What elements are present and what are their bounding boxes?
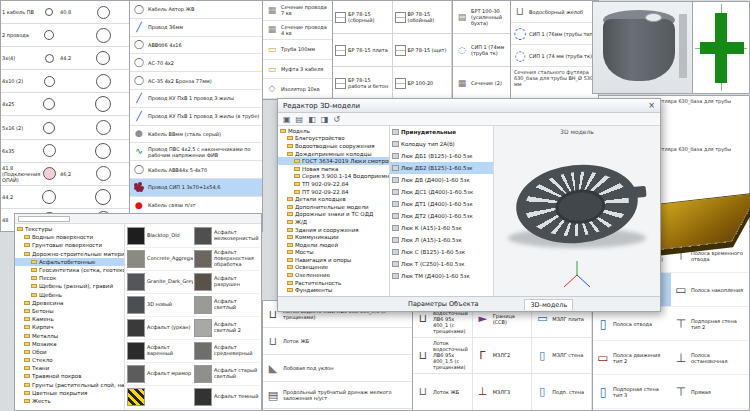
cable-symbol-row[interactable]: 5х16 (2) bbox=[1, 116, 129, 139]
texture-tree-item[interactable]: Травяной покров bbox=[15, 372, 124, 380]
section-row[interactable]: ▦ Сечение провода 4 кв bbox=[263, 21, 332, 41]
model-tree-item[interactable]: Мосты bbox=[278, 249, 389, 257]
window-titlebar[interactable]: Редактор 3D-модели × bbox=[278, 99, 660, 113]
green-cross-view[interactable] bbox=[692, 1, 750, 94]
wire-row[interactable]: ◯ АС-70 4х2 bbox=[130, 54, 262, 72]
texture-swatch-cell[interactable]: Асфальт старый светлый bbox=[193, 363, 260, 386]
model-item-row[interactable]: Люк ДС1 (Д400)-1-60.5зк bbox=[390, 186, 493, 198]
tab-3d-model[interactable]: 3D-модель bbox=[524, 299, 573, 310]
model-tree-item[interactable]: Серия 3.900.1-14 Водоприемники bbox=[278, 173, 389, 181]
cable-symbol-row[interactable]: 41,8 (Подключения ОПАЙ) 46,2 bbox=[1, 163, 129, 186]
texture-tree-item[interactable]: Геосинтетика (сетка, геотекстиль) bbox=[15, 266, 124, 274]
texture-swatch-cell[interactable]: Асфальт разрушен bbox=[193, 271, 260, 294]
cable-symbol-row[interactable]: 4х10 (2) bbox=[1, 70, 129, 93]
model-tree-item[interactable]: Модель bbox=[278, 127, 389, 135]
tray-row[interactable]: ◣ Лобовая под уклон bbox=[263, 355, 412, 382]
wall-cell[interactable]: ⊤ Прямая bbox=[671, 375, 749, 409]
wall-cell[interactable]: ▯ Подпорная стена тип 3 bbox=[593, 375, 671, 409]
model-item-row[interactable]: Люк ДТ2 (Д400)-1-60.5зк bbox=[390, 210, 493, 222]
model-item-row[interactable]: Колодцу тип 2А(б) bbox=[390, 138, 493, 150]
model-item-row[interactable]: Люк ДБ1 (В125)-1-60 5зк bbox=[390, 150, 493, 162]
texture-tree-item[interactable]: Текстуры bbox=[15, 225, 124, 233]
wall-cell[interactable]: ▯ Полоса отвода bbox=[593, 307, 671, 341]
model-item-row[interactable]: Люк С (В125)-1-60 5зк bbox=[390, 246, 493, 258]
wire-row[interactable]: ╱ Провод КУ ПхВ 1 провод 3 жилы (в трубе… bbox=[130, 108, 262, 126]
model-item-row[interactable]: Люк ДБ2 (В125)-1-60.5зк bbox=[390, 162, 493, 174]
section-row[interactable]: ▦ Сечение провода 7 кв bbox=[263, 1, 332, 21]
model-tree-item[interactable]: Новая папка bbox=[278, 165, 389, 173]
model-tree-item[interactable]: Дождеприемные колодцы bbox=[278, 150, 389, 158]
model-item-row[interactable]: Люк Л (А15)-1-60.5зк bbox=[390, 234, 493, 246]
texture-swatch-cell[interactable]: Асфальт поверхностная обработка bbox=[193, 248, 260, 271]
texture-tree-item[interactable]: Дорожно-строительные материалы bbox=[15, 250, 124, 258]
br-block-cell[interactable]: БР 100-20 bbox=[393, 67, 453, 100]
model-tree-item[interactable]: Фундаменты bbox=[278, 286, 389, 294]
wall-cell[interactable]: ⊤ Подпорная стена тип 2 bbox=[671, 307, 749, 341]
wire-row[interactable]: ◯ Кабель Автор ЖВ bbox=[130, 1, 262, 19]
texture-swatch-cell[interactable]: Асфальт варенный bbox=[126, 340, 193, 363]
cable-symbol-row[interactable]: 2 провода bbox=[1, 24, 129, 47]
concrete-structure-3d-view[interactable] bbox=[592, 1, 693, 94]
model-tree-item[interactable]: Благоустройство bbox=[278, 135, 389, 143]
texture-search-box[interactable] bbox=[18, 216, 70, 222]
texture-tree-item[interactable]: Грунтовые поверхности bbox=[15, 241, 124, 249]
model-tree-item[interactable]: Ж/Д bbox=[278, 218, 389, 226]
element-cell[interactable]: ⊔ Лоток водосточный ЛВ6 95х 400_1,5 (с т… bbox=[413, 338, 473, 375]
viewport-3d[interactable]: 3D модель bbox=[494, 126, 660, 296]
brt-block-cell[interactable]: ▤ БРТ 100-30 (усиленный бухта) bbox=[453, 1, 510, 34]
cable-symbol-row[interactable]: 4х25 bbox=[1, 93, 129, 116]
cable-symbol-row[interactable]: 6х35 bbox=[1, 140, 129, 163]
element-cell[interactable]: ⊔ Лоток ЖБ bbox=[413, 374, 473, 411]
wire-row[interactable]: ◯ АВВбб6 4х16 bbox=[130, 37, 262, 55]
texture-tree-item[interactable]: Бетоны bbox=[15, 307, 124, 315]
br-block-cell[interactable]: ВР 78-15 (обойный) bbox=[393, 1, 453, 34]
texture-tree-item[interactable]: Камень bbox=[15, 315, 124, 323]
model-tree-item[interactable]: Освещение bbox=[278, 264, 389, 272]
model-tree-item[interactable]: Озеленение bbox=[278, 271, 389, 279]
object-parameters-bar[interactable]: Параметры Объекта bbox=[408, 300, 478, 308]
model-tree-item[interactable]: Коммуникации bbox=[278, 233, 389, 241]
texture-tree-item[interactable]: Жесть bbox=[15, 397, 124, 405]
cable-symbol-row[interactable]: 1 кабель ПВ 40,8 bbox=[1, 1, 129, 24]
element-cell[interactable]: ▯ МЗЛГ стена bbox=[532, 338, 592, 375]
texture-tree-item[interactable]: Металлы bbox=[15, 331, 124, 339]
model-item-row[interactable]: Люк ДВ (Д400)-1-60 5зк bbox=[390, 174, 493, 186]
section-row[interactable]: ▭ Труба 100мм bbox=[263, 40, 332, 60]
texture-swatch-cell[interactable]: Granite_Dark_Grey bbox=[126, 271, 193, 294]
texture-swatch-cell[interactable]: Blacktop_Old bbox=[126, 225, 193, 248]
model-tree-item[interactable]: Дополнительные модели bbox=[278, 203, 389, 211]
wire-row[interactable]: ◯ АС-35 4х2 Бронза 77мм) bbox=[130, 72, 262, 90]
wire-row[interactable]: ● Кабель ВВмм (сталь серый) bbox=[130, 126, 262, 144]
toolbar-icon[interactable]: ▤ bbox=[296, 115, 304, 124]
brt-block-cell[interactable]: ▦ Сечение (2) bbox=[453, 67, 510, 100]
texture-swatch-cell[interactable]: Асфальт светлый bbox=[193, 294, 260, 317]
wire-row[interactable]: ╱ Провод КУ ПхВ 1 провод 3 жилы bbox=[130, 90, 262, 108]
model-item-row[interactable]: Люк Т (С250)-1-60.5зк bbox=[390, 258, 493, 270]
model-tree-item[interactable]: ГОСТ 3634-2019 Люки смотровые bbox=[278, 157, 389, 165]
brt-block-cell[interactable]: ◌ СИП 1 (74мм (труба тк) bbox=[453, 34, 510, 67]
model-item-row[interactable]: Принудительные bbox=[390, 126, 493, 138]
wire-row[interactable]: ● Кабель связи п/эт bbox=[130, 197, 262, 215]
cable-symbol-row[interactable]: 3х(4) 44,2 bbox=[1, 47, 129, 70]
texture-tree-item[interactable]: Водные поверхности bbox=[15, 233, 124, 241]
model-tree-item[interactable]: Модели людей bbox=[278, 241, 389, 249]
texture-tree-item[interactable]: Асфальтобетонные bbox=[15, 258, 124, 266]
model-tree-item[interactable]: Водоотводные сооружения bbox=[278, 142, 389, 150]
br-block-cell[interactable]: БР 78-15 плита bbox=[333, 34, 393, 67]
element-cell[interactable]: ⊥ МЗЛГ3 bbox=[473, 374, 533, 411]
texture-swatch-cell[interactable] bbox=[126, 386, 193, 409]
wire-row[interactable]: ╱ Провод 36мм bbox=[130, 19, 262, 37]
close-icon[interactable]: × bbox=[648, 101, 655, 110]
tray-row[interactable]: ▤ Продольный трубчатый дренаж мелкого за… bbox=[263, 382, 412, 409]
texture-tree-item[interactable]: Стекло bbox=[15, 356, 124, 364]
wall-cell[interactable]: ▭ Полоса накопления bbox=[671, 273, 749, 307]
pipe-row[interactable]: ⊔ Водосборный желоб bbox=[511, 1, 598, 23]
texture-swatch-cell[interactable]: Асфальт мелкозернистый bbox=[193, 225, 260, 248]
texture-tree-item[interactable]: Цветные покрытия bbox=[15, 389, 124, 397]
texture-swatch-cell[interactable]: Асфальт темный bbox=[193, 386, 260, 409]
model-tree-item[interactable]: ТП 902-09-22.84 bbox=[278, 180, 389, 188]
texture-swatch-cell[interactable]: Асфальт средневерный bbox=[193, 340, 260, 363]
section-row[interactable]: ◇ Изолятор 10кв bbox=[263, 79, 332, 99]
model-tree-item[interactable]: Дорожные знаки и ТС ОДД bbox=[278, 211, 389, 219]
wire-row[interactable]: Провод СИП 1 3х70+1х54,6 bbox=[130, 179, 262, 197]
